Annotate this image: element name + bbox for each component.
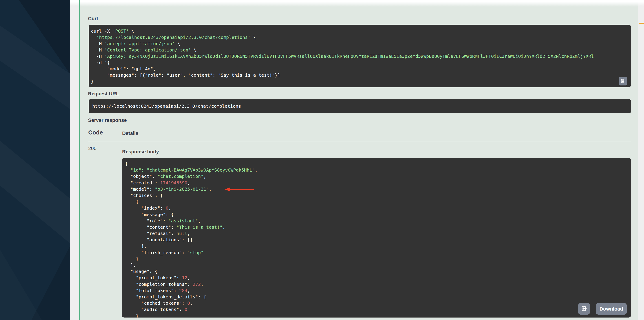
code-line: "choices": [ <box>125 192 631 199</box>
server-response-label: Server response <box>88 117 127 123</box>
code-line: curl -X 'POST' \ <box>91 28 629 34</box>
code-line: "refusal": null, <box>125 230 631 237</box>
code-line: -d '{ <box>91 59 629 66</box>
curl-command-block[interactable]: curl -X 'POST' \ 'https://localhost:8243… <box>89 25 631 87</box>
code-line: "id": "chatcmpl-BAwAg7VAp3w0ApYS8eyv0WPq… <box>125 167 631 173</box>
sidebar <box>0 0 70 320</box>
code-line: }' <box>91 78 629 85</box>
right-strip <box>638 0 644 320</box>
code-line: -H 'accept: application/json' \ <box>91 41 629 47</box>
code-line: "usage": { <box>125 268 631 275</box>
curl-label: Curl <box>88 16 98 22</box>
code-line: "annotations": [] <box>125 237 631 243</box>
copy-to-clipboard-icon <box>620 78 625 84</box>
code-line: "model": "o3-mini-2025-01-31", <box>125 186 631 192</box>
code-line: "model": "gpt-4o", <box>91 66 629 72</box>
copy-response-button[interactable] <box>578 303 590 314</box>
code-line: ], <box>125 262 631 268</box>
code-line: -H 'ApiKey: eyJ4NXQjUzI1NiI6Ik1XVXhZbU5r… <box>91 53 629 59</box>
response-body-label: Response body <box>122 149 159 155</box>
code-line: "content": "This is a test!", <box>125 224 631 230</box>
left-gutter <box>70 0 79 320</box>
code-line: "messages": [{"role": "user", "content":… <box>91 72 629 78</box>
swagger-response-page: Curl curl -X 'POST' \ 'https://localhost… <box>0 0 644 320</box>
response-json-text: { "id": "chatcmpl-BAwAg7VAp3w0ApYS8eyv0W… <box>125 161 631 317</box>
copy-curl-button[interactable] <box>619 77 627 85</box>
download-button[interactable]: Download <box>596 303 627 314</box>
code-line: "audio_tokens": 0 <box>125 306 631 312</box>
code-line: "completion_tokens": 272, <box>125 281 631 287</box>
code-line: "total_tokens": 284, <box>125 287 631 294</box>
code-line: "finish_reason": "stop" <box>125 249 631 256</box>
table-header-divider <box>88 142 632 142</box>
code-line: } <box>125 256 631 262</box>
code-line: { <box>125 199 631 205</box>
code-line: "role": "assistant", <box>125 218 631 224</box>
code-line: "cached_tokens": 0, <box>125 300 631 306</box>
request-url-label: Request URL <box>88 91 119 97</box>
post-operation-panel: Curl curl -X 'POST' \ 'https://localhost… <box>79 0 638 320</box>
code-line: "created": 1741946590, <box>125 180 631 186</box>
details-column-header: Details <box>122 130 138 136</box>
response-body-block[interactable]: { "id": "chatcmpl-BAwAg7VAp3w0ApYS8eyv0W… <box>122 158 631 317</box>
request-url-value: https://localhost:8243/openaiapi/2.3.0/c… <box>89 99 631 113</box>
code-line: "prompt_tokens": 12, <box>125 275 631 281</box>
code-line: "message": { <box>125 211 631 218</box>
curl-command-text: curl -X 'POST' \ 'https://localhost:8243… <box>91 28 629 85</box>
status-code: 200 <box>88 145 96 151</box>
code-column-header: Code <box>88 129 103 136</box>
code-line: "prompt_tokens_details": { <box>125 294 631 300</box>
code-line: }, <box>125 243 631 249</box>
code-line: { <box>125 161 631 167</box>
code-line: -H 'Content-Type: application/json' \ <box>91 47 629 53</box>
copy-to-clipboard-icon <box>581 305 587 312</box>
orange-fragment <box>638 23 644 24</box>
code-line: } <box>125 313 631 318</box>
code-line: 'https://localhost:8243/openaiapi/2.3.0/… <box>91 34 629 41</box>
request-url-block: https://localhost:8243/openaiapi/2.3.0/c… <box>89 99 631 113</box>
code-line: "index": 0, <box>125 205 631 211</box>
code-line: "object": "chat.completion", <box>125 173 631 180</box>
